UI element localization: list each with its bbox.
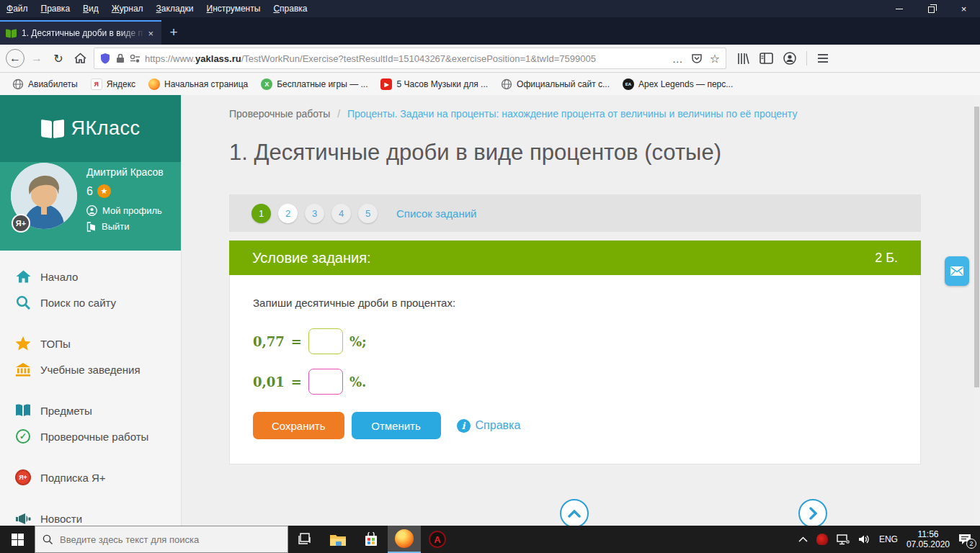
avatar-plus-badge: Я+	[12, 214, 30, 233]
task-2-button[interactable]: 2	[278, 204, 298, 223]
breadcrumb-root[interactable]: Проверочные работы	[229, 108, 330, 120]
aimp-app-button[interactable]: A	[421, 526, 454, 553]
hamburger-menu-icon[interactable]	[817, 53, 829, 63]
windows-taskbar: A ENG 11:56 07.05.2020 2	[0, 526, 980, 553]
yaklass-logo[interactable]: ЯКласс	[0, 95, 181, 162]
scroll-top-button[interactable]	[560, 499, 589, 528]
volume-icon[interactable]	[858, 534, 870, 544]
url-bar[interactable]: https://www.yaklass.ru/TestWorkRun/Exerc…	[94, 48, 726, 69]
restore-button[interactable]	[915, 0, 948, 17]
taskbar-search-input[interactable]	[60, 534, 262, 545]
menu-file[interactable]: Файл	[0, 0, 35, 17]
tab-bar: 1. Десятичные дроби в виде п × +	[0, 17, 980, 45]
back-icon: ←	[6, 49, 24, 68]
action-center-button[interactable]: 2	[958, 534, 971, 545]
globe-icon	[12, 78, 24, 90]
cancel-button[interactable]: Отменить	[352, 412, 441, 439]
logout-link[interactable]: Выйти	[86, 221, 164, 232]
sidebar-item-subscription[interactable]: Я+ Подписка Я+	[0, 464, 181, 490]
menu-view[interactable]: Вид	[76, 0, 105, 17]
file-explorer-button[interactable]	[321, 526, 355, 553]
firefox-app-button[interactable]	[388, 526, 421, 553]
new-tab-button[interactable]: +	[161, 20, 186, 45]
windows-logo-icon	[12, 534, 24, 546]
feedback-button[interactable]	[945, 256, 969, 286]
forward-button[interactable]: →	[26, 48, 48, 69]
menu-history[interactable]: Журнал	[105, 0, 150, 17]
game-site-icon: X	[261, 78, 272, 90]
scrollbar[interactable]	[974, 95, 980, 526]
bookmark-official-site[interactable]: Официальный сайт с...	[496, 76, 615, 92]
ea-icon: EA	[623, 78, 634, 90]
minimize-button[interactable]	[883, 0, 915, 17]
task-view-button[interactable]	[288, 526, 321, 553]
tab-active[interactable]: 1. Десятичные дроби в виде п ×	[0, 20, 161, 45]
window-titlebar: Файл Правка Вид Журнал Закладки Инструме…	[0, 0, 980, 17]
bloody-tray-icon[interactable]	[816, 534, 828, 545]
bookmark-youtube-music[interactable]: ▶ 5 Часов Музыки для ...	[375, 76, 493, 92]
bookmark-apex-legends[interactable]: EA Apex Legends — перс...	[618, 76, 738, 92]
bookmark-yandex[interactable]: Я Яндекс	[86, 76, 141, 92]
task-list-link[interactable]: Список заданий	[396, 207, 476, 220]
search-icon	[16, 295, 30, 310]
tray-expand-icon[interactable]	[798, 536, 808, 542]
back-button[interactable]: ←	[4, 48, 26, 69]
navigation-toolbar: ← → ↻ https://www.yaklass.ru/TestWorkRun…	[0, 45, 980, 73]
bookmark-aviabilety[interactable]: Авиабилеты	[7, 76, 83, 92]
menu-tools[interactable]: Инструменты	[200, 0, 267, 17]
main-panel: Проверочные работы / Проценты. Задачи на…	[182, 95, 980, 526]
chevron-up-icon	[568, 510, 581, 518]
sidebar-item-subjects[interactable]: Предметы	[0, 397, 181, 423]
task-nav-bar: 1 2 3 4 5 Список заданий	[229, 194, 921, 232]
equation-2-suffix: %.	[349, 374, 366, 390]
task-1-button[interactable]: 1	[251, 204, 271, 223]
task-4-button[interactable]: 4	[331, 204, 351, 223]
bookmark-home-page[interactable]: Начальная страница	[143, 76, 253, 92]
sidebar-item-schools[interactable]: Учебные заведения	[0, 356, 181, 382]
my-profile-link[interactable]: Мой профиль	[86, 205, 164, 216]
answer-input-2[interactable]	[308, 369, 343, 395]
task-prompt: Запиши десятичные дроби в процентах:	[253, 297, 455, 309]
scrollbar-thumb[interactable]	[974, 107, 979, 387]
home-button[interactable]	[69, 48, 91, 69]
task-5-button[interactable]: 5	[358, 204, 378, 223]
profile-panel: Я+ Дмитрий Красов 6 ★ Мой профиль Выйти	[0, 162, 181, 251]
yandex-icon: Я	[91, 78, 102, 90]
books-icon	[15, 404, 31, 417]
start-button[interactable]	[0, 526, 35, 553]
menu-help[interactable]: Справка	[267, 0, 313, 17]
network-icon[interactable]	[837, 534, 850, 545]
library-icon[interactable]	[736, 53, 749, 65]
firefox-icon	[148, 78, 160, 90]
taskbar-search[interactable]	[35, 526, 288, 553]
help-link[interactable]: i Справка	[457, 419, 521, 433]
answer-input-1[interactable]	[308, 328, 343, 354]
account-icon[interactable]	[783, 52, 796, 65]
sidebar-item-tops[interactable]: ТОПы	[0, 331, 181, 356]
condition-points: 2 Б.	[875, 251, 898, 266]
menu-edit[interactable]: Правка	[35, 0, 77, 17]
page-title: 1. Десятичные дроби в виде процентов (со…	[229, 140, 721, 166]
breadcrumb-current[interactable]: Проценты. Задачи на проценты: нахождение…	[347, 108, 797, 120]
save-button[interactable]: Сохранить	[253, 412, 344, 439]
reload-button[interactable]: ↻	[48, 48, 69, 69]
close-button[interactable]: ×	[948, 0, 980, 17]
tab-close-icon[interactable]: ×	[146, 28, 156, 39]
sidebar-item-search[interactable]: Поиск по сайту	[0, 289, 181, 315]
sidebar-item-home[interactable]: Начало	[0, 264, 181, 289]
language-indicator[interactable]: ENG	[879, 534, 898, 544]
page-actions-icon[interactable]: …	[672, 53, 684, 65]
microsoft-store-button[interactable]	[355, 526, 388, 553]
bookmark-free-games[interactable]: X Бесплатные игры — ...	[256, 76, 373, 92]
sidebar-toggle-icon[interactable]	[760, 53, 773, 64]
tray-clock[interactable]: 11:56 07.05.2020	[906, 529, 950, 549]
next-task-button[interactable]	[798, 499, 827, 528]
globe-icon	[501, 78, 512, 90]
sidebar-item-test-works[interactable]: ✓ Проверочные работы	[0, 423, 181, 449]
menu-bookmarks[interactable]: Закладки	[150, 0, 200, 17]
bookmarks-bar: Авиабилеты Я Яндекс Начальная страница X…	[0, 73, 980, 95]
task-3-button[interactable]: 3	[305, 204, 324, 223]
home-icon	[74, 53, 86, 64]
pocket-icon[interactable]	[691, 53, 703, 64]
bookmark-star-icon[interactable]: ☆	[710, 52, 720, 66]
